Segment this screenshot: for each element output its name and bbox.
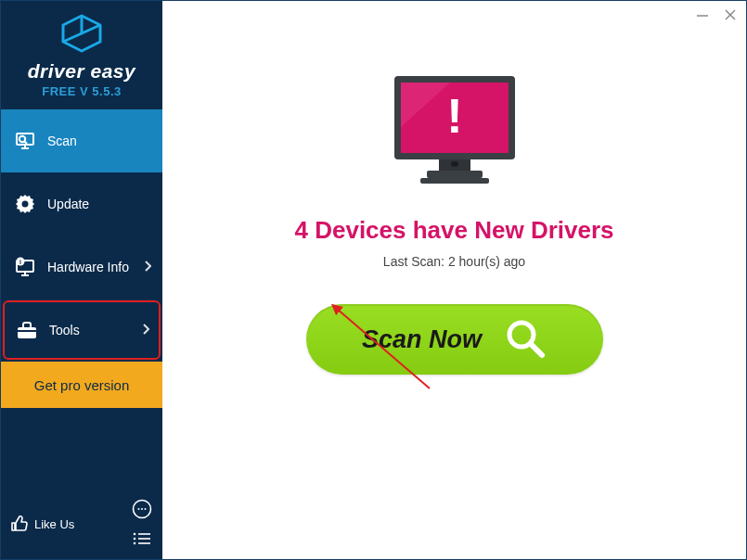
- svg-point-31: [451, 161, 458, 167]
- sidebar: driver easy FREE V 5.5.3 Scan: [1, 1, 162, 559]
- svg-point-20: [134, 533, 136, 536]
- svg-text:i: i: [19, 259, 21, 265]
- app-logo-icon: [59, 14, 104, 57]
- svg-line-35: [531, 344, 542, 355]
- gear-icon: [14, 193, 36, 215]
- svg-point-19: [145, 508, 147, 510]
- logo-area: driver easy FREE V 5.5.3: [1, 1, 162, 109]
- brand-version: FREE V 5.5.3: [42, 84, 121, 98]
- nav: Scan Update: [1, 109, 162, 408]
- alert-monitor-illustration: !: [385, 71, 524, 196]
- svg-point-9: [22, 201, 29, 208]
- sidebar-bottom: Like Us: [1, 489, 162, 559]
- sidebar-item-hardware-info[interactable]: i Hardware Info: [1, 235, 162, 299]
- monitor-info-icon: i: [14, 256, 36, 278]
- like-us-button[interactable]: Like Us: [10, 514, 74, 535]
- chevron-right-icon: [144, 260, 151, 274]
- svg-rect-15: [18, 330, 36, 332]
- thumbs-up-icon: [10, 514, 29, 535]
- svg-point-17: [138, 508, 140, 510]
- svg-point-18: [141, 508, 143, 510]
- minimize-button[interactable]: [692, 5, 713, 25]
- sidebar-item-label: Update: [47, 197, 89, 211]
- sidebar-item-tools[interactable]: Tools: [3, 300, 161, 360]
- sidebar-item-update[interactable]: Update: [1, 172, 162, 235]
- toolbox-icon: [16, 319, 38, 341]
- svg-rect-33: [420, 178, 489, 184]
- like-us-label: Like Us: [34, 517, 74, 531]
- magnify-icon: [504, 317, 547, 363]
- brand-name: driver easy: [28, 60, 135, 83]
- svg-point-22: [134, 538, 136, 541]
- main-panel: ! 4 Devices have New Drivers Last Scan: …: [162, 1, 746, 559]
- chevron-right-icon: [142, 323, 149, 337]
- menu-list-button[interactable]: [131, 528, 153, 550]
- headline: 4 Devices have New Drivers: [295, 216, 614, 245]
- last-scan-text: Last Scan: 2 hour(s) ago: [383, 254, 525, 269]
- sidebar-item-label: Scan: [47, 134, 77, 148]
- monitor-search-icon: [14, 130, 36, 152]
- sidebar-item-label: Tools: [49, 323, 80, 337]
- svg-rect-32: [427, 171, 483, 178]
- svg-text:!: !: [446, 89, 462, 143]
- titlebar-controls: [692, 5, 741, 25]
- app-window: driver easy FREE V 5.5.3 Scan: [0, 0, 747, 560]
- close-button[interactable]: [720, 5, 741, 25]
- feedback-button[interactable]: [131, 498, 153, 520]
- svg-point-24: [134, 542, 136, 545]
- sidebar-item-scan[interactable]: Scan: [1, 109, 162, 172]
- scan-now-label: Scan Now: [362, 325, 482, 354]
- sidebar-item-label: Hardware Info: [47, 260, 129, 274]
- get-pro-label: Get pro version: [34, 377, 130, 393]
- get-pro-button[interactable]: Get pro version: [1, 362, 162, 408]
- svg-line-8: [24, 141, 27, 144]
- scan-now-button[interactable]: Scan Now: [306, 304, 603, 375]
